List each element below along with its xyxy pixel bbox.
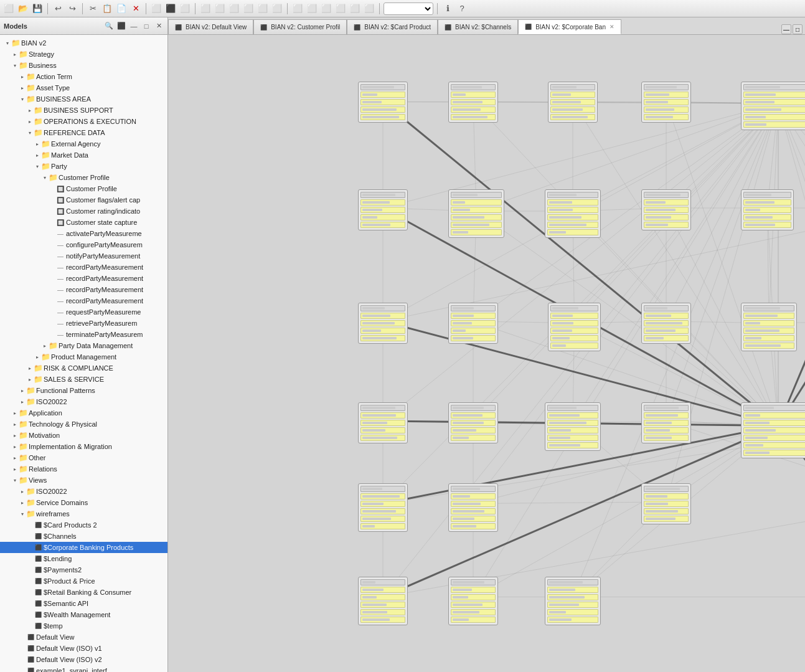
tree-item-5[interactable]: ▾📁BUSINESS AREA bbox=[0, 93, 167, 105]
tree-arrow-11[interactable]: ▾ bbox=[34, 163, 41, 170]
tree-item-37[interactable]: ▸📁Other bbox=[0, 452, 167, 463]
tree-item-36[interactable]: ▸📁Implementation & Migration bbox=[0, 441, 167, 452]
tree-arrow-5[interactable]: ▾ bbox=[19, 95, 26, 103]
tree-item-7[interactable]: ▸📁OPERATIONS & EXECUTION bbox=[0, 116, 167, 127]
tree-item-3[interactable]: ▸📁Action Term bbox=[0, 71, 167, 82]
toolbar-icon-copy[interactable]: 📋 bbox=[101, 2, 113, 15]
toolbar-icon-b6[interactable]: ⬜ bbox=[363, 2, 375, 15]
node-box-n4[interactable] bbox=[641, 82, 691, 123]
tree-item-23[interactable]: —recordPartyMeasurement bbox=[0, 295, 167, 306]
tree-arrow-6[interactable]: ▸ bbox=[26, 106, 34, 114]
node-box-n23[interactable] bbox=[641, 402, 691, 443]
tree-item-17[interactable]: —activatePartyMeasureme bbox=[0, 228, 167, 239]
tree-item-56[interactable]: ⬛example1_svrapi_interf bbox=[0, 665, 167, 672]
tree-item-44[interactable]: ⬛$Channels bbox=[0, 531, 167, 542]
tree-arrow-39[interactable]: ▾ bbox=[11, 476, 19, 484]
tree-arrow-38[interactable]: ▸ bbox=[11, 465, 19, 473]
node-box-n27[interactable] bbox=[448, 483, 498, 532]
toolbar-icon-b3[interactable]: ⬜ bbox=[320, 2, 332, 15]
tree-arrow-28[interactable]: ▸ bbox=[34, 353, 41, 361]
tree-container[interactable]: ▾📁BIAN v2▸📁Strategy▾📁Business▸📁Action Te… bbox=[0, 35, 167, 672]
node-box-n10[interactable] bbox=[641, 189, 691, 230]
tree-arrow-37[interactable]: ▸ bbox=[11, 454, 19, 461]
tree-arrow-7[interactable]: ▸ bbox=[26, 118, 34, 125]
tree-item-41[interactable]: ▸📁Service Domains bbox=[0, 497, 167, 508]
panel-expand-icon[interactable]: □ bbox=[141, 21, 151, 31]
tree-arrow-1[interactable]: ▸ bbox=[11, 50, 19, 58]
tree-item-21[interactable]: —recordPartyMeasurement bbox=[0, 273, 167, 284]
tab-default-view[interactable]: ⬛ BIAN v2: Default View bbox=[168, 19, 253, 34]
tree-item-43[interactable]: ⬛$Card Products 2 bbox=[0, 519, 167, 531]
tree-item-20[interactable]: —recordPartyMeasurement bbox=[0, 262, 167, 273]
tree-item-35[interactable]: ▸📁Motivation bbox=[0, 430, 167, 441]
node-box-n17[interactable] bbox=[641, 303, 691, 344]
node-box-n28[interactable] bbox=[641, 483, 691, 524]
node-box-n9[interactable] bbox=[545, 189, 601, 238]
tab-customer-profil[interactable]: ⬛ BIAN v2: Customer Profil bbox=[253, 19, 347, 34]
node-box-n20[interactable] bbox=[358, 402, 408, 443]
node-box-n8[interactable] bbox=[448, 189, 504, 238]
node-box-n14[interactable] bbox=[358, 303, 408, 344]
node-box-n2[interactable] bbox=[448, 82, 498, 123]
tree-item-22[interactable]: —recordPartyMeasurement bbox=[0, 284, 167, 295]
toolbar-icon-b1[interactable]: ⬜ bbox=[291, 2, 304, 15]
tree-item-25[interactable]: —retrievePartyMeasurem bbox=[0, 318, 167, 329]
node-box-n5[interactable] bbox=[741, 82, 805, 130]
tree-item-11[interactable]: ▾📁Party bbox=[0, 161, 167, 172]
tree-arrow-29[interactable]: ▸ bbox=[26, 364, 34, 372]
tree-item-9[interactable]: ▸📁External Agency bbox=[0, 138, 167, 149]
tree-item-24[interactable]: —requestPartyMeasureme bbox=[0, 306, 167, 318]
toolbar-icon-a3[interactable]: ⬜ bbox=[228, 2, 240, 15]
tree-arrow-32[interactable]: ▸ bbox=[19, 398, 26, 405]
diagram-area[interactable] bbox=[168, 35, 805, 672]
tree-item-19[interactable]: —notifyPartyMeasurement bbox=[0, 250, 167, 262]
tree-item-55[interactable]: ⬛Default View (ISO) v2 bbox=[0, 654, 167, 665]
toolbar-icon-file[interactable]: ⬜ bbox=[2, 2, 15, 15]
toolbar-icon-a6[interactable]: ⬜ bbox=[271, 2, 283, 15]
node-box-n21[interactable] bbox=[448, 402, 498, 443]
toolbar-icon-grid2[interactable]: ⬛ bbox=[164, 2, 177, 15]
node-box-n3[interactable] bbox=[548, 82, 598, 123]
node-box-n11[interactable] bbox=[741, 189, 794, 230]
node-box-n7[interactable] bbox=[358, 189, 408, 230]
tree-arrow-34[interactable]: ▸ bbox=[11, 420, 19, 428]
tree-item-49[interactable]: ⬛$Retail Banking & Consumer bbox=[0, 587, 167, 598]
toolbar-icon-paste[interactable]: 📄 bbox=[115, 2, 128, 15]
tree-item-26[interactable]: —terminatePartyMeasurem bbox=[0, 329, 167, 340]
toolbar-icon-grid3[interactable]: ⬜ bbox=[179, 2, 191, 15]
tree-item-50[interactable]: ⬛$Semantic API bbox=[0, 598, 167, 609]
toolbar-icon-b5[interactable]: ⬜ bbox=[349, 2, 361, 15]
toolbar-icon-b4[interactable]: ⬜ bbox=[334, 2, 347, 15]
tree-item-16[interactable]: 🔲Customer state capture bbox=[0, 217, 167, 228]
panel-filter-icon[interactable]: ⬛ bbox=[116, 21, 126, 31]
tree-arrow-10[interactable]: ▸ bbox=[34, 151, 41, 159]
node-box-n15[interactable] bbox=[448, 303, 498, 344]
toolbar-icon-save[interactable]: 💾 bbox=[31, 2, 44, 15]
tree-item-32[interactable]: ▸📁ISO20022 bbox=[0, 396, 167, 407]
toolbar-icon-b2[interactable]: ⬜ bbox=[306, 2, 318, 15]
tree-item-42[interactable]: ▾📁wireframes bbox=[0, 508, 167, 519]
tree-arrow-3[interactable]: ▸ bbox=[19, 73, 26, 80]
toolbar-icon-undo[interactable]: ↩ bbox=[52, 2, 64, 15]
tree-item-46[interactable]: ⬛$Lending bbox=[0, 553, 167, 564]
node-box-n1[interactable] bbox=[358, 82, 408, 123]
tab-channels[interactable]: ⬛ BIAN v2: $Channels bbox=[438, 19, 518, 34]
tree-arrow-31[interactable]: ▸ bbox=[19, 387, 26, 394]
tree-item-34[interactable]: ▸📁Technology & Physical bbox=[0, 419, 167, 430]
node-box-n16[interactable] bbox=[548, 303, 601, 351]
toolbar-icon-a1[interactable]: ⬜ bbox=[199, 2, 212, 15]
tree-arrow-40[interactable]: ▸ bbox=[19, 488, 26, 495]
tree-arrow-2[interactable]: ▾ bbox=[11, 62, 19, 69]
tree-arrow-42[interactable]: ▾ bbox=[19, 510, 26, 518]
tree-item-45[interactable]: ⬛$Corporate Banking Products bbox=[0, 542, 167, 553]
panel-collapse-icon[interactable]: — bbox=[129, 21, 139, 31]
tree-item-27[interactable]: ▸📁Party Data Management bbox=[0, 340, 167, 351]
tree-item-28[interactable]: ▸📁Product Management bbox=[0, 351, 167, 362]
tree-item-52[interactable]: ⬛$temp bbox=[0, 620, 167, 632]
tree-item-47[interactable]: ⬛$Payments2 bbox=[0, 564, 167, 575]
toolbar-icon-help[interactable]: ? bbox=[456, 2, 468, 15]
tree-item-8[interactable]: ▾📁REFERENCE DATA bbox=[0, 127, 167, 138]
tab-corporate-ban[interactable]: ⬛ BIAN v2: $Corporate Ban ✕ bbox=[518, 19, 621, 34]
tab-minimize-btn[interactable]: — bbox=[781, 24, 791, 34]
toolbar-icon-a5[interactable]: ⬜ bbox=[257, 2, 269, 15]
